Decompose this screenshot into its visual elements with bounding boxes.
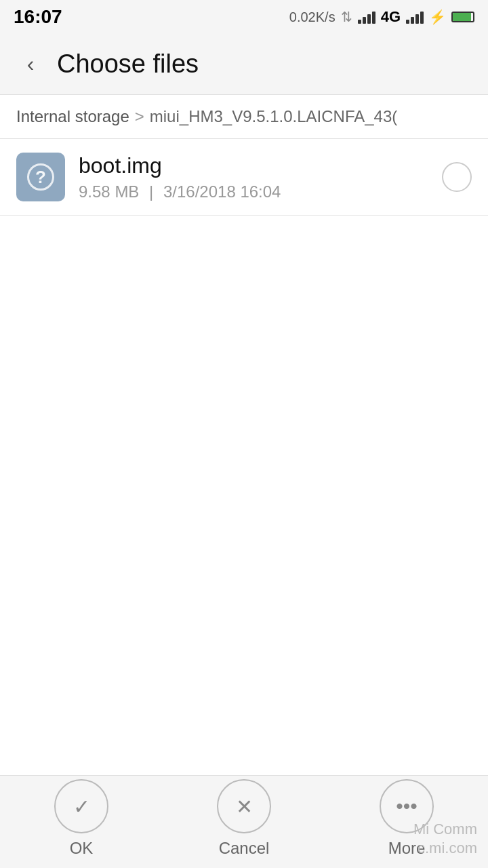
back-arrow-icon: ‹: [27, 52, 35, 77]
file-info: boot.img 9.58 MB | 3/16/2018 16:04: [79, 153, 442, 201]
close-icon: ✕: [236, 795, 253, 818]
charging-icon: ⚡: [429, 9, 446, 25]
back-button[interactable]: ‹: [14, 47, 47, 81]
status-right: 0.02K/s ⇅ 4G ⚡: [289, 8, 474, 26]
data-transfer-icon: ⇅: [341, 9, 352, 25]
network-speed: 0.02K/s: [289, 9, 336, 25]
watermark-line2: c.mi.com: [413, 839, 477, 859]
breadcrumb-root[interactable]: Internal storage: [16, 107, 129, 126]
page-title: Choose files: [57, 50, 199, 79]
toolbar: ‹ Choose files: [0, 34, 488, 95]
breadcrumb: Internal storage > miui_HM3_V9.5.1.0.LAI…: [0, 95, 488, 139]
file-list: ? boot.img 9.58 MB | 3/16/2018 16:04: [0, 139, 488, 216]
signal-bars2-icon: [406, 10, 424, 24]
table-row[interactable]: ? boot.img 9.58 MB | 3/16/2018 16:04: [0, 139, 488, 216]
ok-button[interactable]: ✓ OK: [54, 779, 108, 858]
watermark-line1: Mi Comm: [413, 820, 477, 840]
ok-circle: ✓: [54, 779, 108, 833]
status-bar: 16:07 0.02K/s ⇅ 4G ⚡: [0, 0, 488, 34]
status-time: 16:07: [14, 6, 62, 28]
file-select-checkbox[interactable]: [442, 162, 472, 192]
battery-icon: [451, 12, 474, 22]
file-meta: 9.58 MB | 3/16/2018 16:04: [79, 182, 442, 201]
cancel-button[interactable]: ✕ Cancel: [217, 779, 271, 858]
ok-label: OK: [70, 839, 94, 858]
breadcrumb-separator: >: [135, 107, 144, 126]
network-type: 4G: [381, 8, 401, 26]
file-meta-separator: |: [149, 182, 153, 201]
more-dots-icon: •••: [396, 795, 418, 818]
cancel-circle: ✕: [217, 779, 271, 833]
watermark: Mi Comm c.mi.com: [413, 820, 477, 859]
checkmark-icon: ✓: [73, 795, 90, 818]
file-size: 9.58 MB: [79, 182, 139, 201]
signal-bars-icon: [358, 10, 375, 24]
file-date: 3/16/2018 16:04: [163, 182, 281, 201]
file-name: boot.img: [79, 153, 442, 178]
breadcrumb-folder[interactable]: miui_HM3_V9.5.1.0.LAICNFA_43(: [150, 107, 398, 126]
file-type-icon: ?: [16, 153, 65, 201]
question-mark-icon: ?: [27, 163, 54, 191]
cancel-label: Cancel: [219, 839, 270, 858]
